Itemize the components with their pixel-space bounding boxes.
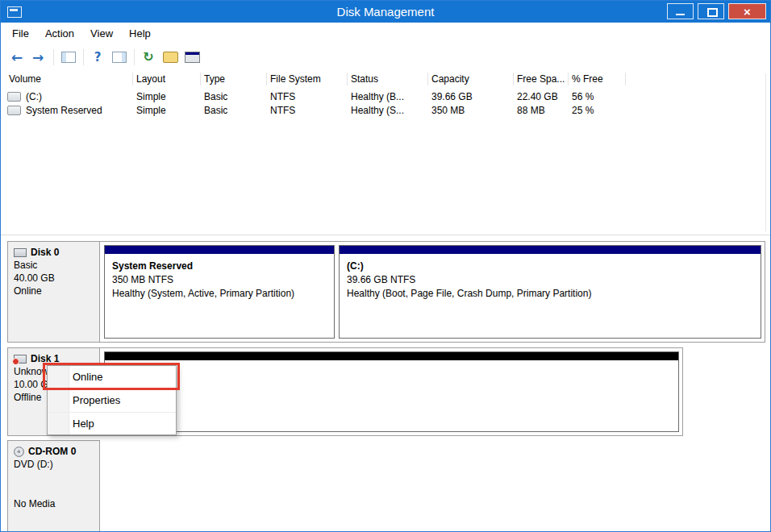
partition-color-strip <box>340 246 761 254</box>
context-menu-properties[interactable]: Properties <box>48 389 176 413</box>
window-controls <box>663 3 766 19</box>
column-header-percentfree[interactable]: % Free <box>572 73 603 85</box>
partition-c[interactable]: (C:) 39.66 GB NTFS Healthy (Boot, Page F… <box>339 245 761 339</box>
cell-type: Basic <box>204 105 227 116</box>
cdrom-drive: DVD (D:) <box>14 459 99 470</box>
partition-name: System Reserved <box>112 260 327 272</box>
partition-name: (C:) <box>347 260 753 272</box>
context-menu-help[interactable]: Help <box>48 413 176 434</box>
disk1-partition-area <box>101 348 682 435</box>
cell-percentfree: 25 % <box>572 105 594 116</box>
cell-layout: Simple <box>136 91 166 102</box>
show-action-pane-icon[interactable] <box>112 52 127 63</box>
forward-icon[interactable] <box>28 48 48 67</box>
cdrom-header[interactable]: CD-ROM 0 DVD (D:) No Media <box>7 440 100 532</box>
disk-icon <box>14 248 27 257</box>
disk-warning-icon <box>14 355 27 364</box>
column-header-capacity[interactable]: Capacity <box>431 73 469 85</box>
column-header-layout[interactable]: Layout <box>136 73 165 85</box>
partition-color-strip <box>105 246 334 254</box>
refresh-icon[interactable] <box>139 48 158 67</box>
column-header-filesystem[interactable]: File System <box>270 73 321 85</box>
maximize-icon <box>707 8 718 17</box>
column-divider <box>513 73 514 85</box>
column-header-status[interactable]: Status <box>351 73 378 85</box>
titlebar[interactable]: Disk Management <box>1 1 770 23</box>
volume-list-header: Volume Layout Type File System Status Ca… <box>1 70 771 88</box>
disk0-header[interactable]: Disk 0 Basic 40.00 GB Online <box>8 242 100 342</box>
close-icon <box>729 4 765 19</box>
cdrom-media: No Media <box>14 499 99 509</box>
partition-system-reserved[interactable]: System Reserved 350 MB NTFS Healthy (Sys… <box>104 245 335 339</box>
column-header-volume[interactable]: Volume <box>9 73 41 85</box>
cell-volume: System Reserved <box>7 105 102 116</box>
disk1-unallocated-region[interactable] <box>104 351 679 432</box>
maximize-button[interactable] <box>698 3 724 19</box>
help-icon[interactable] <box>88 48 107 67</box>
cell-filesystem: NTFS <box>270 105 295 116</box>
column-header-type[interactable]: Type <box>204 73 225 85</box>
volume-icon <box>7 92 21 102</box>
offline-color-strip <box>105 352 678 360</box>
disk0-status: Online <box>14 286 99 297</box>
cdrom-name: CD-ROM 0 <box>28 446 76 457</box>
cell-percentfree: 56 % <box>572 91 594 102</box>
volume-row-c[interactable]: (C:) Simple Basic NTFS Healthy (B... 39.… <box>1 89 771 103</box>
properties-icon[interactable] <box>163 52 178 63</box>
toolbar <box>1 44 770 71</box>
column-divider <box>200 73 201 85</box>
column-divider <box>266 73 267 85</box>
disk-management-window: Disk Management File Action View Help Vo… <box>0 0 771 532</box>
column-divider <box>427 73 428 85</box>
cell-freespace: 22.40 GB <box>517 91 558 102</box>
list-pane-edge <box>765 73 766 231</box>
toolbar-separator <box>134 49 135 65</box>
menu-help[interactable]: Help <box>121 24 159 43</box>
cell-status: Healthy (S... <box>351 105 404 116</box>
minimize-button[interactable] <box>667 3 694 19</box>
cell-status: Healthy (B... <box>351 91 404 102</box>
volume-row-system-reserved[interactable]: System Reserved Simple Basic NTFS Health… <box>1 103 771 117</box>
partition-size: 39.66 GB NTFS <box>347 274 753 285</box>
column-divider <box>625 73 626 85</box>
cell-type: Basic <box>204 91 227 102</box>
column-divider <box>132 73 133 85</box>
show-console-tree-icon[interactable] <box>61 52 76 63</box>
column-divider <box>568 73 569 85</box>
offline-badge-icon <box>12 358 19 365</box>
volume-icon <box>7 106 21 115</box>
back-icon[interactable] <box>7 48 27 67</box>
cell-layout: Simple <box>136 105 166 116</box>
cell-volume: (C:) <box>7 91 42 102</box>
window-title: Disk Management <box>98 5 673 19</box>
close-button[interactable] <box>728 3 766 19</box>
disk0-name: Disk 0 <box>31 247 59 258</box>
cell-filesystem: NTFS <box>270 91 295 102</box>
column-header-freespace[interactable]: Free Spa... <box>517 73 565 85</box>
manage-disk-icon[interactable] <box>185 52 200 63</box>
cdrom-icon <box>14 447 24 457</box>
disk0-partition-area: System Reserved 350 MB NTFS Healthy (Sys… <box>101 242 765 342</box>
disk-management-app-icon <box>7 6 22 18</box>
column-divider <box>347 73 348 85</box>
menu-file[interactable]: File <box>4 24 37 43</box>
disk0-type: Basic <box>14 260 99 271</box>
cell-freespace: 88 MB <box>517 105 545 116</box>
toolbar-separator <box>83 49 84 65</box>
disk0-row: Disk 0 Basic 40.00 GB Online System Rese… <box>7 241 765 343</box>
volume-list: Volume Layout Type File System Status Ca… <box>1 70 771 235</box>
partition-size: 350 MB NTFS <box>112 274 327 285</box>
minimize-icon <box>676 14 685 15</box>
cell-capacity: 350 MB <box>431 105 465 116</box>
cell-capacity: 39.66 GB <box>431 91 473 102</box>
partition-status: Healthy (Boot, Page File, Crash Dump, Pr… <box>347 288 753 299</box>
menu-view[interactable]: View <box>82 24 121 43</box>
partition-status: Healthy (System, Active, Primary Partiti… <box>112 288 327 299</box>
disk0-size: 40.00 GB <box>14 273 99 284</box>
menu-action[interactable]: Action <box>37 24 82 43</box>
menu-bar: File Action View Help <box>1 23 770 44</box>
toolbar-separator <box>53 49 54 65</box>
highlight-annotation <box>43 363 180 390</box>
